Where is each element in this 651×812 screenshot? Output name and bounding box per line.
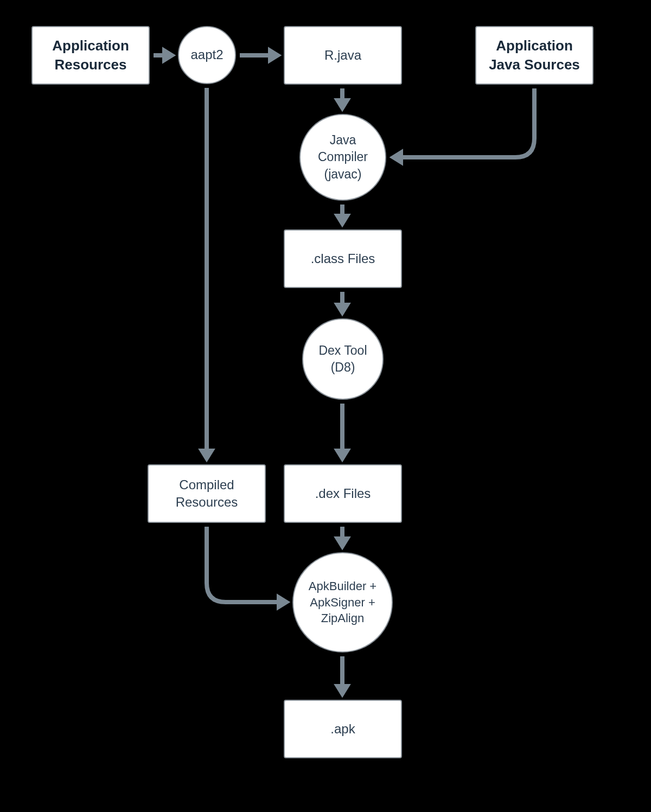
node-dex-files: .dex Files bbox=[284, 464, 402, 523]
node-application-resources: Application Resources bbox=[31, 26, 150, 85]
node-javac: Java Compiler (javac) bbox=[299, 114, 386, 201]
node-compiled-resources: Compiled Resources bbox=[148, 464, 266, 523]
node-application-java-sources: Application Java Sources bbox=[475, 26, 593, 85]
label-application-resources: Application Resources bbox=[37, 36, 144, 74]
label-r-java: R.java bbox=[324, 47, 361, 64]
node-dex-tool: Dex Tool (D8) bbox=[302, 318, 384, 400]
arrow-compiled-to-apkbuilder bbox=[207, 527, 287, 602]
label-compiled-resources: Compiled Resources bbox=[153, 476, 260, 512]
label-application-java-sources: Application Java Sources bbox=[481, 36, 588, 74]
label-dex-tool: Dex Tool (D8) bbox=[308, 342, 378, 376]
node-class-files: .class Files bbox=[284, 229, 402, 288]
node-apk: .apk bbox=[284, 700, 402, 758]
node-r-java: R.java bbox=[284, 26, 402, 85]
node-aapt2: aapt2 bbox=[178, 26, 236, 84]
node-apkbuilder: ApkBuilder + ApkSigner + ZipAlign bbox=[292, 552, 393, 653]
label-apkbuilder: ApkBuilder + ApkSigner + ZipAlign bbox=[298, 578, 387, 626]
label-apk: .apk bbox=[330, 720, 355, 738]
label-javac: Java Compiler (javac) bbox=[305, 132, 381, 182]
label-aapt2: aapt2 bbox=[190, 46, 223, 63]
label-dex-files: .dex Files bbox=[315, 485, 371, 502]
label-class-files: .class Files bbox=[311, 250, 375, 267]
arrow-sources-to-javac bbox=[393, 88, 534, 157]
